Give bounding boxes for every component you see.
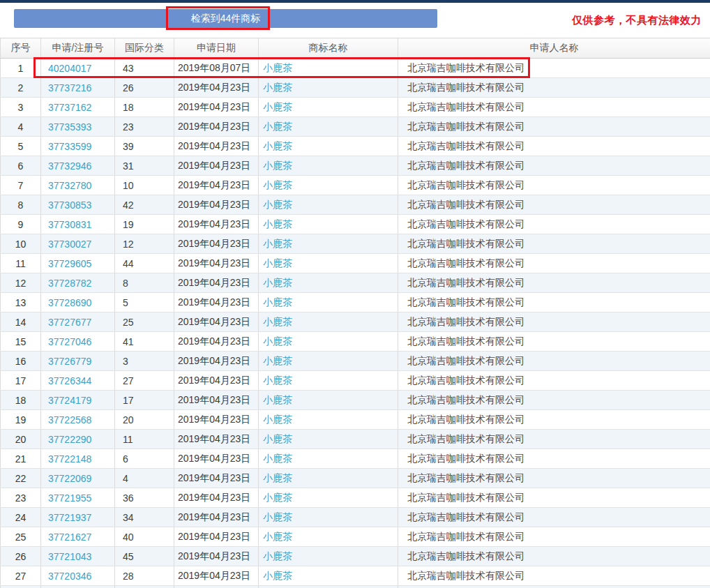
application-number-link-cell: 37732780: [41, 176, 115, 195]
intl-class-value: 45: [115, 547, 174, 566]
row-serial-number: 19: [1, 410, 41, 430]
applicant-name-value: 北京瑞吉咖啡技术有限公司: [398, 410, 710, 430]
trademark-name-link[interactable]: 小鹿茶: [263, 511, 292, 522]
application-number-link[interactable]: 37721955: [48, 492, 91, 504]
application-date-value: 2019年04月23日: [174, 234, 259, 254]
intl-class-value: 31: [115, 156, 174, 176]
trademark-name-link[interactable]: 小鹿茶: [263, 296, 292, 308]
table-row: 2737720346282019年04月23日小鹿茶北京瑞吉咖啡技术有限公司: [1, 566, 710, 586]
result-count-text: 检索到44件商标: [191, 13, 261, 24]
trademark-name-link-cell: 小鹿茶: [259, 78, 398, 98]
application-date-value: 2019年04月23日: [174, 391, 259, 410]
table-row-partial: [1, 586, 710, 588]
application-date-value: 2019年04月23日: [174, 469, 259, 488]
trademark-name-link-cell: 小鹿茶: [259, 566, 398, 586]
trademark-name-link[interactable]: 小鹿茶: [263, 355, 292, 366]
intl-class-value: 25: [115, 312, 174, 332]
trademark-name-link[interactable]: 小鹿茶: [263, 550, 292, 561]
trademark-name-link-cell: 小鹿茶: [259, 527, 398, 547]
table-row: 1537727046412019年04月23日小鹿茶北京瑞吉咖啡技术有限公司: [1, 332, 710, 352]
application-number-link[interactable]: 37732780: [48, 180, 91, 191]
intl-class-value: 6: [115, 449, 174, 469]
trademark-name-link-cell: 小鹿茶: [259, 215, 398, 234]
application-number-link[interactable]: 37737216: [48, 82, 91, 93]
application-number-link[interactable]: 37724179: [48, 395, 91, 406]
row-serial-number: 11: [1, 254, 41, 273]
applicant-name-value: 北京瑞吉咖啡技术有限公司: [398, 488, 710, 508]
application-number-link-cell: 37727046: [41, 332, 115, 352]
trademark-name-link[interactable]: 小鹿茶: [263, 121, 292, 132]
application-date-value: 2019年04月23日: [174, 293, 259, 312]
applicant-name-value: 北京瑞吉咖啡技术有限公司: [398, 98, 710, 117]
trademark-name-link[interactable]: 小鹿茶: [263, 394, 292, 405]
application-number-link[interactable]: 37735393: [48, 121, 91, 133]
trademark-name-link[interactable]: 小鹿茶: [263, 375, 292, 386]
trademark-name-link[interactable]: 小鹿茶: [263, 316, 292, 327]
trademark-name-link[interactable]: 小鹿茶: [263, 453, 292, 464]
application-number-link[interactable]: 37730831: [48, 219, 91, 230]
applicant-name-value: 北京瑞吉咖啡技术有限公司: [398, 430, 710, 449]
trademark-name-link[interactable]: 小鹿茶: [263, 238, 292, 249]
application-number-link[interactable]: 40204017: [48, 63, 91, 74]
row-serial-number: 21: [1, 449, 41, 469]
trademark-name-link[interactable]: 小鹿茶: [263, 179, 292, 190]
application-number-link[interactable]: 37729605: [48, 258, 91, 269]
application-number-link[interactable]: 37733599: [48, 141, 91, 152]
trademark-name-link[interactable]: 小鹿茶: [263, 160, 292, 171]
application-number-link[interactable]: 37732946: [48, 160, 91, 172]
application-date-value: 2019年04月23日: [174, 430, 259, 449]
trademark-name-link-cell: 小鹿茶: [259, 371, 398, 391]
trademark-name-link[interactable]: 小鹿茶: [263, 570, 292, 581]
trademark-name-link-cell: 小鹿茶: [259, 254, 398, 273]
trademark-name-link[interactable]: 小鹿茶: [263, 199, 292, 210]
table-row: 1037730027122019年04月23日小鹿茶北京瑞吉咖啡技术有限公司: [1, 234, 710, 254]
application-number-link[interactable]: 37722148: [48, 453, 91, 465]
application-number-link[interactable]: 37728782: [48, 278, 91, 289]
trademark-name-link-cell: 小鹿茶: [259, 469, 398, 488]
application-number-link[interactable]: 37721937: [48, 512, 91, 523]
trademark-name-link-cell: 小鹿茶: [259, 176, 398, 195]
application-date-value: 2019年04月23日: [174, 566, 259, 586]
application-number-link[interactable]: 37721043: [48, 551, 91, 562]
application-number-link[interactable]: 37730853: [48, 199, 91, 211]
trademark-name-link[interactable]: 小鹿茶: [263, 336, 292, 347]
trademark-name-link[interactable]: 小鹿茶: [263, 531, 292, 542]
application-number-link[interactable]: 37721627: [48, 532, 91, 543]
table-row: 140204017432019年08月07日小鹿茶北京瑞吉咖啡技术有限公司: [1, 59, 710, 78]
application-date-value: 2019年08月07日: [174, 59, 259, 78]
row-serial-number: 17: [1, 371, 41, 391]
trademark-name-link[interactable]: 小鹿茶: [263, 257, 292, 269]
application-number-link[interactable]: 37727677: [48, 317, 91, 328]
table-row: 2037722290112019年04月23日小鹿茶北京瑞吉咖啡技术有限公司: [1, 430, 710, 449]
row-serial-number: 24: [1, 508, 41, 527]
trademark-name-link[interactable]: 小鹿茶: [263, 277, 292, 288]
table-row: 1137729605442019年04月23日小鹿茶北京瑞吉咖啡技术有限公司: [1, 254, 710, 273]
table-row: 1737726344272019年04月23日小鹿茶北京瑞吉咖啡技术有限公司: [1, 371, 710, 391]
trademark-results-table: 序号 申请/注册号 国际分类 申请日期 商标名称 申请人名称 140204017…: [0, 38, 710, 588]
trademark-name-link[interactable]: 小鹿茶: [263, 101, 292, 112]
trademark-name-link[interactable]: 小鹿茶: [263, 472, 292, 483]
trademark-name-link[interactable]: 小鹿茶: [263, 218, 292, 229]
application-number-link[interactable]: 37730027: [48, 239, 91, 250]
application-number-link[interactable]: 37722568: [48, 414, 91, 425]
application-number-link[interactable]: 37728690: [48, 297, 91, 308]
trademark-name-link[interactable]: 小鹿茶: [263, 414, 292, 425]
application-number-link[interactable]: 37722290: [48, 434, 91, 445]
application-number-link[interactable]: 37727046: [48, 336, 91, 347]
row-serial-number: 22: [1, 469, 41, 488]
applicant-name-value: 北京瑞吉咖啡技术有限公司: [398, 59, 710, 78]
application-number-link[interactable]: 37720346: [48, 571, 91, 582]
application-number-link-cell: 37735393: [41, 117, 115, 137]
applicant-name-value: 北京瑞吉咖啡技术有限公司: [398, 312, 710, 332]
trademark-name-link[interactable]: 小鹿茶: [263, 140, 292, 151]
table-row: 223772206942019年04月23日小鹿茶北京瑞吉咖啡技术有限公司: [1, 469, 710, 488]
application-number-link[interactable]: 37737162: [48, 102, 91, 113]
application-number-link[interactable]: 37726779: [48, 356, 91, 367]
application-number-link[interactable]: 37726344: [48, 375, 91, 386]
trademark-name-link[interactable]: 小鹿茶: [263, 82, 292, 93]
application-number-link[interactable]: 37722069: [48, 473, 91, 484]
trademark-name-link[interactable]: 小鹿茶: [263, 62, 292, 73]
trademark-name-link[interactable]: 小鹿茶: [263, 433, 292, 444]
trademark-name-link-cell: 小鹿茶: [259, 273, 398, 293]
trademark-name-link[interactable]: 小鹿茶: [263, 492, 292, 503]
